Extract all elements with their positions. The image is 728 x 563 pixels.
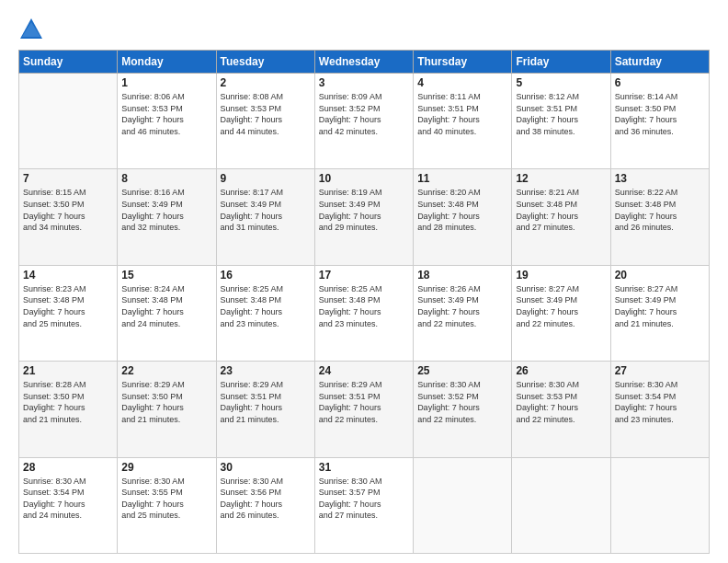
sunset-text: Sunset: 3:53 PM [121,103,211,115]
day-info: Sunrise: 8:20 AMSunset: 3:48 PMDaylight:… [417,187,507,233]
calendar-cell: 24Sunrise: 8:29 AMSunset: 3:51 PMDayligh… [314,362,413,457]
sunset-text: Sunset: 3:48 PM [121,294,211,306]
daylight-text-2: and 21 minutes. [23,414,113,426]
daylight-text-2: and 21 minutes. [221,414,311,426]
daylight-text-2: and 32 minutes. [121,222,211,234]
calendar-cell: 3Sunrise: 8:09 AMSunset: 3:52 PMDaylight… [314,74,413,169]
calendar-cell: 2Sunrise: 8:08 AMSunset: 3:53 PMDaylight… [216,74,314,169]
sunset-text: Sunset: 3:52 PM [417,391,507,403]
day-info: Sunrise: 8:30 AMSunset: 3:52 PMDaylight:… [417,379,507,425]
day-info: Sunrise: 8:17 AMSunset: 3:49 PMDaylight:… [221,187,311,233]
sunrise-text: Sunrise: 8:11 AM [417,91,507,103]
calendar-cell: 19Sunrise: 8:27 AMSunset: 3:49 PMDayligh… [512,265,610,361]
calendar-cell: 26Sunrise: 8:30 AMSunset: 3:53 PMDayligh… [512,362,610,457]
sunrise-text: Sunrise: 8:22 AM [615,187,705,199]
calendar-cell: 10Sunrise: 8:19 AMSunset: 3:49 PMDayligh… [314,169,413,265]
calendar-week-5: 28Sunrise: 8:30 AMSunset: 3:54 PMDayligh… [19,457,710,553]
day-info: Sunrise: 8:14 AMSunset: 3:50 PMDaylight:… [615,91,705,137]
daylight-text: Daylight: 7 hours [516,114,606,126]
day-info: Sunrise: 8:26 AMSunset: 3:49 PMDaylight:… [417,283,507,329]
day-info: Sunrise: 8:27 AMSunset: 3:49 PMDaylight:… [516,283,606,329]
sunrise-text: Sunrise: 8:21 AM [516,187,606,199]
daylight-text-2: and 28 minutes. [417,222,507,234]
day-number: 12 [516,172,606,185]
sunset-text: Sunset: 3:49 PM [221,199,311,211]
day-number: 27 [615,364,705,377]
sunset-text: Sunset: 3:57 PM [319,487,409,499]
day-info: Sunrise: 8:16 AMSunset: 3:49 PMDaylight:… [121,187,211,233]
daylight-text: Daylight: 7 hours [615,402,705,414]
sunrise-text: Sunrise: 8:29 AM [221,379,311,391]
sunrise-text: Sunrise: 8:30 AM [221,476,311,488]
day-info: Sunrise: 8:08 AMSunset: 3:53 PMDaylight:… [221,91,311,137]
calendar-cell: 1Sunrise: 8:06 AMSunset: 3:53 PMDaylight… [118,74,216,169]
sunset-text: Sunset: 3:51 PM [516,103,606,115]
daylight-text: Daylight: 7 hours [23,211,113,223]
daylight-text: Daylight: 7 hours [417,211,507,223]
daylight-text: Daylight: 7 hours [516,211,606,223]
day-number: 4 [417,76,507,89]
day-number: 23 [221,364,311,377]
sunrise-text: Sunrise: 8:30 AM [417,379,507,391]
day-info: Sunrise: 8:30 AMSunset: 3:55 PMDaylight:… [121,476,211,522]
calendar-cell: 22Sunrise: 8:29 AMSunset: 3:50 PMDayligh… [118,362,216,457]
day-info: Sunrise: 8:30 AMSunset: 3:56 PMDaylight:… [221,476,311,522]
sunset-text: Sunset: 3:54 PM [615,391,705,403]
weekday-header-monday: Monday [118,51,216,74]
sunrise-text: Sunrise: 8:30 AM [615,379,705,391]
sunrise-text: Sunrise: 8:24 AM [121,283,211,295]
daylight-text-2: and 42 minutes. [319,126,409,138]
daylight-text-2: and 34 minutes. [23,222,113,234]
daylight-text: Daylight: 7 hours [319,114,409,126]
weekday-header-tuesday: Tuesday [216,51,314,74]
daylight-text: Daylight: 7 hours [221,114,311,126]
day-number: 24 [319,364,409,377]
page: SundayMondayTuesdayWednesdayThursdayFrid… [0,0,728,563]
day-number: 2 [221,76,311,89]
day-number: 30 [221,461,311,474]
sunset-text: Sunset: 3:49 PM [121,199,211,211]
calendar-cell: 7Sunrise: 8:15 AMSunset: 3:50 PMDaylight… [19,169,118,265]
sunset-text: Sunset: 3:51 PM [417,103,507,115]
day-number: 18 [417,269,507,282]
daylight-text-2: and 36 minutes. [615,126,705,138]
calendar-cell: 28Sunrise: 8:30 AMSunset: 3:54 PMDayligh… [19,457,118,553]
sunset-text: Sunset: 3:51 PM [319,391,409,403]
calendar-cell: 31Sunrise: 8:30 AMSunset: 3:57 PMDayligh… [314,457,413,553]
day-info: Sunrise: 8:25 AMSunset: 3:48 PMDaylight:… [319,283,409,329]
sunset-text: Sunset: 3:53 PM [516,391,606,403]
sunset-text: Sunset: 3:56 PM [221,487,311,499]
calendar-cell: 23Sunrise: 8:29 AMSunset: 3:51 PMDayligh… [216,362,314,457]
calendar-cell [19,74,118,169]
calendar-cell: 29Sunrise: 8:30 AMSunset: 3:55 PMDayligh… [118,457,216,553]
day-number: 5 [516,76,606,89]
sunrise-text: Sunrise: 8:25 AM [319,283,409,295]
calendar-week-3: 14Sunrise: 8:23 AMSunset: 3:48 PMDayligh… [19,265,710,361]
calendar-cell: 18Sunrise: 8:26 AMSunset: 3:49 PMDayligh… [414,265,512,361]
day-info: Sunrise: 8:29 AMSunset: 3:51 PMDaylight:… [319,379,409,425]
day-info: Sunrise: 8:30 AMSunset: 3:57 PMDaylight:… [319,476,409,522]
day-info: Sunrise: 8:22 AMSunset: 3:48 PMDaylight:… [615,187,705,233]
day-info: Sunrise: 8:25 AMSunset: 3:48 PMDaylight:… [221,283,311,329]
daylight-text: Daylight: 7 hours [319,402,409,414]
day-info: Sunrise: 8:19 AMSunset: 3:49 PMDaylight:… [319,187,409,233]
sunrise-text: Sunrise: 8:17 AM [221,187,311,199]
weekday-header-saturday: Saturday [610,51,709,74]
day-number: 17 [319,269,409,282]
sunrise-text: Sunrise: 8:30 AM [121,476,211,488]
day-info: Sunrise: 8:28 AMSunset: 3:50 PMDaylight:… [23,379,113,425]
sunrise-text: Sunrise: 8:26 AM [417,283,507,295]
daylight-text-2: and 29 minutes. [319,222,409,234]
sunset-text: Sunset: 3:49 PM [319,199,409,211]
sunset-text: Sunset: 3:50 PM [121,391,211,403]
calendar-cell: 4Sunrise: 8:11 AMSunset: 3:51 PMDaylight… [414,74,512,169]
day-number: 14 [23,269,113,282]
day-number: 28 [23,461,113,474]
daylight-text: Daylight: 7 hours [417,402,507,414]
day-info: Sunrise: 8:12 AMSunset: 3:51 PMDaylight:… [516,91,606,137]
day-info: Sunrise: 8:24 AMSunset: 3:48 PMDaylight:… [121,283,211,329]
daylight-text-2: and 38 minutes. [516,126,606,138]
sunset-text: Sunset: 3:49 PM [615,294,705,306]
calendar-week-4: 21Sunrise: 8:28 AMSunset: 3:50 PMDayligh… [19,362,710,457]
daylight-text: Daylight: 7 hours [121,499,211,511]
